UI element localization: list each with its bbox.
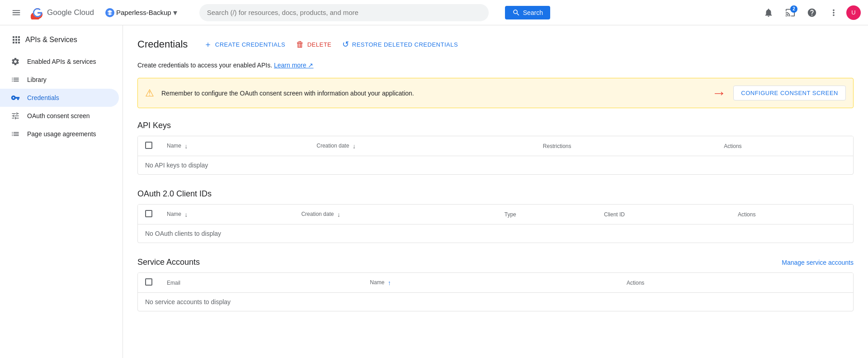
api-keys-title: API Keys bbox=[137, 121, 854, 130]
sidebar-item-library-label: Library bbox=[27, 76, 47, 83]
select-all-checkbox[interactable] bbox=[145, 142, 152, 149]
create-credentials-button[interactable]: ＋ CREATE CREDENTIALS bbox=[198, 36, 291, 53]
restore-button[interactable]: ↺ RESTORE DELETED CREDENTIALS bbox=[337, 37, 463, 52]
oauth-type-header: Type bbox=[497, 205, 597, 224]
settings-icon bbox=[11, 57, 20, 66]
tune-icon bbox=[11, 111, 20, 120]
search-button[interactable]: Search bbox=[505, 6, 550, 19]
library-icon bbox=[11, 75, 20, 84]
sa-email-header: Email bbox=[160, 273, 363, 293]
creation-sort-icon: ↓ bbox=[353, 143, 356, 150]
page-usage-icon bbox=[11, 129, 20, 138]
oauth-actions-header: Actions bbox=[731, 205, 853, 224]
oauth-empty-row: No OAuth clients to display bbox=[138, 224, 853, 243]
oauth-select-all-header bbox=[138, 205, 160, 224]
api-keys-empty-row: No API keys to display bbox=[138, 156, 853, 175]
layout: APIs & Services Enabled APIs & services … bbox=[0, 25, 868, 358]
sidebar-item-library[interactable]: Library bbox=[0, 71, 119, 89]
delete-label: DELETE bbox=[307, 41, 332, 48]
service-accounts-header-row: Service Accounts Manage service accounts bbox=[137, 258, 854, 267]
cast-button[interactable]: 2 bbox=[781, 4, 799, 22]
sidebar-item-credentials[interactable]: Credentials bbox=[0, 89, 119, 107]
sort-icon: ↓ bbox=[184, 143, 188, 150]
alert-text: Remember to configure the OAuth consent … bbox=[161, 90, 704, 97]
sa-empty-row: No service accounts to display bbox=[138, 293, 853, 311]
sidebar-item-enabled-label: Enabled APIs & services bbox=[27, 58, 96, 65]
sidebar-item-credentials-label: Credentials bbox=[27, 94, 59, 101]
credentials-description: Create credentials to access your enable… bbox=[137, 62, 854, 69]
create-credentials-label: CREATE CREDENTIALS bbox=[215, 41, 285, 48]
oauth-table: Name ↓ Creation date ↓ Type Client ID Ac… bbox=[138, 205, 853, 243]
project-selector[interactable]: Paperless-Backup ▾ bbox=[99, 5, 183, 21]
notification-count: 2 bbox=[790, 5, 797, 13]
plus-icon: ＋ bbox=[204, 39, 212, 50]
sa-name-header: Name ↑ bbox=[363, 273, 619, 293]
sidebar-item-page-usage-label: Page usage agreements bbox=[27, 130, 96, 138]
oauth-select-all-checkbox[interactable] bbox=[145, 210, 152, 217]
restore-label: RESTORE DELETED CREDENTIALS bbox=[352, 41, 458, 48]
oauth-name-header: Name ↓ bbox=[160, 205, 294, 224]
sa-name-sort-icon: ↑ bbox=[388, 279, 391, 286]
sidebar-item-oauth[interactable]: OAuth consent screen bbox=[0, 107, 119, 125]
api-icon bbox=[11, 34, 22, 45]
api-keys-creation-header: Creation date ↓ bbox=[309, 136, 536, 156]
search-bar[interactable] bbox=[199, 4, 489, 21]
oauth-client-id-header: Client ID bbox=[597, 205, 731, 224]
alert-banner: ⚠ Remember to configure the OAuth consen… bbox=[137, 78, 854, 108]
api-keys-section: API Keys Name ↓ Creation date ↓ Restrict… bbox=[137, 121, 854, 175]
notifications-button[interactable] bbox=[760, 4, 778, 22]
delete-icon: 🗑 bbox=[296, 40, 305, 49]
oauth-creation-header: Creation date ↓ bbox=[294, 205, 497, 224]
sa-select-all-header bbox=[138, 273, 160, 293]
topbar: Google Cloud Paperless-Backup ▾ Search 2… bbox=[0, 0, 868, 25]
topbar-right: 2 U bbox=[760, 4, 861, 22]
sidebar-item-oauth-label: OAuth consent screen bbox=[27, 112, 90, 119]
api-keys-table-container: Name ↓ Creation date ↓ Restrictions Acti… bbox=[137, 136, 854, 175]
page-title: Credentials bbox=[137, 38, 188, 50]
more-options-button[interactable] bbox=[825, 4, 843, 22]
arrow-icon: → bbox=[712, 85, 726, 101]
oauth-section: OAuth 2.0 Client IDs Name ↓ Creation dat… bbox=[137, 189, 854, 243]
sidebar: APIs & Services Enabled APIs & services … bbox=[0, 25, 123, 358]
avatar-initials: U bbox=[851, 9, 855, 16]
main-content: Credentials ＋ CREATE CREDENTIALS 🗑 DELET… bbox=[123, 25, 868, 358]
service-accounts-table-container: Email Name ↑ Actions No service accounts… bbox=[137, 272, 854, 311]
api-keys-name-header: Name ↓ bbox=[160, 136, 309, 156]
project-name: Paperless-Backup bbox=[116, 9, 171, 16]
menu-button[interactable] bbox=[7, 4, 25, 22]
learn-more-link[interactable]: Learn more ↗ bbox=[274, 62, 313, 69]
help-button[interactable] bbox=[803, 4, 821, 22]
chevron-down-icon: ▾ bbox=[173, 8, 177, 18]
oauth-title: OAuth 2.0 Client IDs bbox=[137, 189, 854, 199]
service-accounts-title: Service Accounts bbox=[137, 258, 200, 267]
oauth-table-container: Name ↓ Creation date ↓ Type Client ID Ac… bbox=[137, 204, 854, 243]
logo-text: Google Cloud bbox=[47, 8, 94, 17]
restore-icon: ↺ bbox=[342, 39, 349, 49]
credentials-icon bbox=[11, 93, 20, 102]
delete-button[interactable]: 🗑 DELETE bbox=[291, 37, 337, 52]
api-keys-empty-text: No API keys to display bbox=[138, 156, 853, 175]
api-keys-select-all-header bbox=[138, 136, 160, 156]
google-cloud-logo[interactable]: Google Cloud bbox=[31, 6, 94, 19]
sidebar-item-page-usage[interactable]: Page usage agreements bbox=[0, 125, 119, 143]
oauth-name-sort-icon: ↓ bbox=[184, 211, 188, 218]
page-header: Credentials ＋ CREATE CREDENTIALS 🗑 DELET… bbox=[137, 36, 854, 53]
manage-service-accounts-link[interactable]: Manage service accounts bbox=[782, 259, 854, 266]
avatar[interactable]: U bbox=[846, 5, 861, 20]
oauth-empty-text: No OAuth clients to display bbox=[138, 224, 853, 243]
api-keys-restrictions-header: Restrictions bbox=[536, 136, 717, 156]
warning-icon: ⚠ bbox=[145, 87, 154, 99]
project-icon bbox=[105, 8, 114, 17]
sa-select-all-checkbox[interactable] bbox=[145, 278, 152, 286]
search-input[interactable] bbox=[207, 9, 481, 16]
sidebar-title: APIs & Services bbox=[25, 36, 77, 44]
sidebar-item-enabled[interactable]: Enabled APIs & services bbox=[0, 53, 119, 71]
sa-actions-header: Actions bbox=[619, 273, 853, 293]
api-keys-table: Name ↓ Creation date ↓ Restrictions Acti… bbox=[138, 136, 853, 174]
sa-empty-text: No service accounts to display bbox=[138, 293, 853, 311]
search-label: Search bbox=[523, 9, 543, 16]
service-accounts-section: Service Accounts Manage service accounts… bbox=[137, 258, 854, 311]
sidebar-header: APIs & Services bbox=[0, 29, 123, 53]
configure-consent-button[interactable]: CONFIGURE CONSENT SCREEN bbox=[733, 86, 846, 100]
service-accounts-table: Email Name ↑ Actions No service accounts… bbox=[138, 273, 853, 311]
